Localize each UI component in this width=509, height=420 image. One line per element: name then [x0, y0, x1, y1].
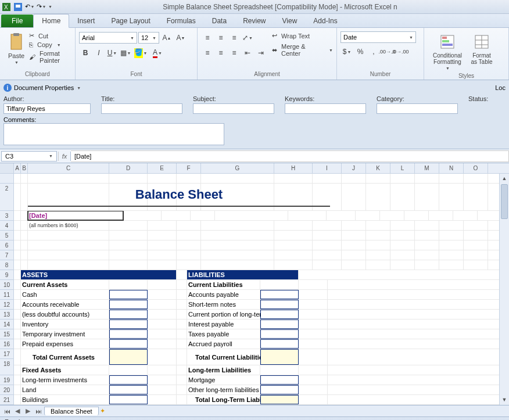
row-header[interactable]: 5 [0, 231, 13, 240]
cell[interactable] [342, 231, 366, 240]
row-header[interactable]: 11 [0, 290, 13, 300]
cell[interactable] [14, 221, 21, 230]
align-middle-button[interactable]: ≡ [214, 31, 227, 44]
cell[interactable] [14, 300, 21, 309]
cell[interactable] [14, 290, 21, 299]
border-button[interactable]: ▦▼ [119, 46, 132, 59]
cell[interactable] [109, 250, 148, 260]
cell[interactable] [415, 231, 439, 240]
col-header[interactable]: L [390, 163, 415, 173]
cell[interactable]: Long-term Liabilities [187, 365, 260, 375]
cell[interactable] [148, 310, 177, 319]
cell[interactable] [109, 320, 148, 329]
col-header[interactable]: F [177, 163, 201, 173]
cell[interactable] [109, 231, 148, 240]
col-header[interactable]: J [342, 163, 366, 173]
cell[interactable] [148, 240, 177, 250]
cell[interactable] [274, 231, 313, 240]
paste-button[interactable]: Paste ▼ [3, 31, 29, 66]
cell[interactable] [260, 365, 299, 375]
decrease-indent-button[interactable]: ⇤ [241, 46, 254, 59]
next-sheet-button[interactable]: ▶ [23, 407, 33, 415]
cell[interactable] [109, 290, 148, 299]
cell[interactable]: Short-term notes [187, 300, 260, 309]
cell[interactable]: Accounts payable [187, 290, 260, 299]
scroll-thumb[interactable] [501, 184, 508, 219]
cell[interactable] [299, 300, 328, 309]
cell[interactable] [177, 310, 187, 319]
underline-button[interactable]: U▼ [106, 46, 119, 59]
cell[interactable] [342, 250, 366, 260]
cell[interactable] [274, 240, 313, 250]
cell[interactable] [274, 221, 313, 230]
cell[interactable] [177, 385, 187, 394]
cell[interactable]: Current portion of long-term notes [187, 310, 260, 319]
category-input[interactable] [377, 103, 458, 114]
cell[interactable] [299, 310, 328, 319]
cell[interactable] [260, 290, 299, 299]
undo-icon[interactable]: ↶▼ [24, 2, 35, 12]
cell[interactable] [14, 260, 21, 270]
cell[interactable] [464, 250, 488, 260]
title-input[interactable] [101, 103, 182, 114]
cell[interactable] [380, 211, 404, 220]
cell[interactable] [299, 290, 328, 299]
format-painter-button[interactable]: 🖌 Format Painter [29, 49, 71, 64]
cell[interactable] [148, 250, 177, 260]
row-header[interactable]: 15 [0, 329, 13, 339]
cell[interactable] [14, 339, 21, 349]
col-header[interactable]: D [109, 163, 148, 173]
conditional-formatting-button[interactable]: Conditional Formatting▼ [428, 31, 467, 71]
number-format-select[interactable]: Date▼ [340, 31, 416, 43]
bold-button[interactable]: B [79, 46, 92, 59]
row-header[interactable]: 10 [0, 280, 13, 290]
cell[interactable] [28, 250, 109, 260]
cell[interactable] [453, 211, 478, 220]
cell[interactable]: Inventory [21, 320, 109, 329]
fx-button[interactable]: fx [58, 152, 71, 161]
cell[interactable]: Total Current Assets [21, 349, 109, 365]
cell[interactable] [415, 250, 439, 260]
cell[interactable] [478, 211, 502, 220]
cell[interactable]: Land [21, 385, 109, 394]
cell[interactable] [28, 174, 109, 183]
cell[interactable] [390, 250, 415, 260]
cell[interactable] [148, 329, 177, 339]
col-header[interactable]: H [274, 163, 313, 173]
cell[interactable] [260, 349, 299, 365]
cell[interactable] [415, 260, 439, 270]
cell[interactable] [260, 280, 299, 289]
cell[interactable] [366, 240, 390, 250]
cell[interactable]: Current Assets [21, 280, 109, 289]
select-all-corner[interactable] [0, 163, 13, 174]
prev-sheet-button[interactable]: ◀ [13, 407, 22, 415]
cell[interactable]: Temporary investment [21, 329, 109, 339]
cell[interactable] [109, 395, 148, 404]
cell[interactable] [177, 231, 201, 240]
cell[interactable] [342, 240, 366, 250]
row-header[interactable]: 7 [0, 250, 13, 260]
cut-button[interactable]: ✂ Cut [29, 31, 71, 40]
cell[interactable] [260, 375, 299, 385]
cell[interactable] [299, 329, 328, 339]
cell[interactable] [366, 174, 390, 183]
cell[interactable] [342, 221, 366, 230]
cell[interactable] [148, 385, 177, 394]
cell[interactable] [109, 339, 148, 349]
cell[interactable] [14, 375, 21, 385]
cell[interactable] [404, 211, 429, 220]
row-header[interactable]: 8 [0, 260, 13, 270]
cell[interactable] [313, 221, 342, 230]
currency-button[interactable]: $▼ [340, 45, 353, 58]
cell[interactable] [464, 260, 488, 270]
cell[interactable]: Taxes payable [187, 329, 260, 339]
cell[interactable] [201, 240, 274, 250]
cell[interactable] [28, 240, 109, 250]
cell[interactable] [439, 250, 464, 260]
cell[interactable] [274, 250, 313, 260]
name-box[interactable]: C3▼ [1, 151, 57, 161]
increase-font-button[interactable]: A▲ [160, 31, 173, 44]
cell[interactable] [14, 250, 21, 260]
redo-icon[interactable]: ↷▼ [36, 2, 46, 12]
last-sheet-button[interactable]: ⏭ [34, 408, 43, 415]
